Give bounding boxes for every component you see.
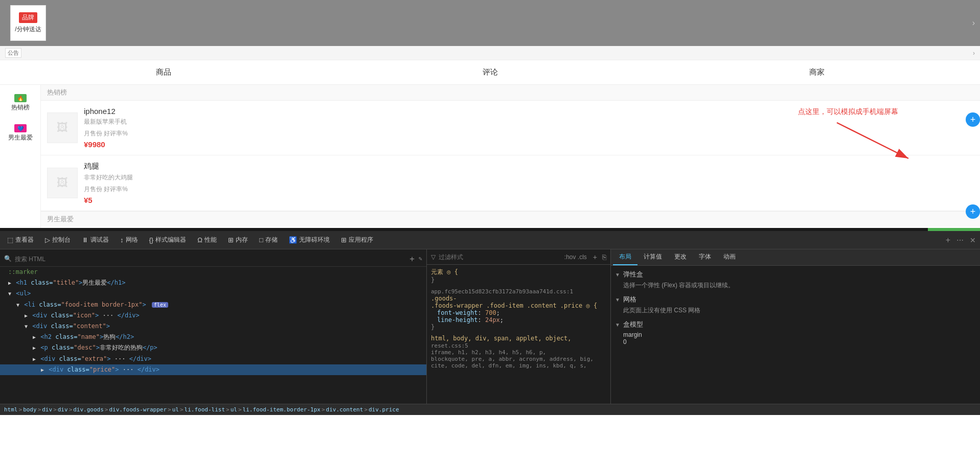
product-thumb-chicken: 🖼 bbox=[47, 168, 78, 198]
chevron-down-icon3: ▼ bbox=[615, 322, 620, 328]
html-line-h2-name[interactable]: ▶ <h2 class="name">热狗</h2> bbox=[0, 332, 426, 342]
styles-source-goods: app.fc95ecb15d823cfb3172a7b93aaa741d.css… bbox=[431, 288, 573, 295]
expand-icon-div-icon[interactable]: ▶ bbox=[25, 313, 28, 318]
bc-div-price[interactable]: div.price bbox=[369, 405, 399, 414]
html-line-li-food[interactable]: ▼ <li class="food-item border-1px"> flex bbox=[0, 299, 426, 310]
rp-tab-animation[interactable]: 动画 bbox=[717, 249, 742, 265]
expand-icon-extra[interactable]: ▶ bbox=[33, 356, 36, 362]
rp-grid-header[interactable]: ▼ 网格 bbox=[615, 295, 976, 304]
devtools-main: 🔍 + ✎ ::marker ▶ <h1 class="title">男生最爱<… bbox=[0, 249, 980, 415]
right-panel-content: ▼ 弹性盒 选择一个弹性 (Flex) 容器或项目以继续。 ▼ 网格 此页面上没… bbox=[611, 266, 980, 355]
html-line-div-icon[interactable]: ▶ <div class="icon"> ··· </div> bbox=[0, 310, 426, 321]
bc-div-goods[interactable]: div.goods bbox=[73, 405, 104, 414]
dt-tab-network[interactable]: ↕ 网络 bbox=[115, 233, 143, 247]
html-pick-icon[interactable]: ✎ bbox=[419, 254, 422, 264]
memory-icon: ⊞ bbox=[228, 236, 234, 244]
product-item-iphone[interactable]: 🖼 iphone12 最新版苹果手机 月售份 好评率% ¥9980 bbox=[41, 101, 980, 155]
styles-copy-icon[interactable]: ⎘ bbox=[602, 253, 606, 261]
devtools-more-icon[interactable]: ⋯ bbox=[954, 235, 966, 245]
expand-icon-p[interactable]: ▶ bbox=[33, 345, 36, 351]
product-price-iphone: ¥9980 bbox=[84, 140, 974, 149]
html-search-input[interactable] bbox=[15, 256, 409, 263]
bc-div2[interactable]: div bbox=[58, 405, 68, 414]
bc-body[interactable]: body bbox=[23, 405, 37, 414]
dt-tab-performance[interactable]: Ω 性能 bbox=[192, 233, 222, 247]
rp-tab-layout[interactable]: 布局 bbox=[613, 249, 637, 265]
chevron-down-icon2: ▼ bbox=[615, 297, 620, 303]
add-devtools-icon[interactable]: + bbox=[944, 235, 952, 246]
expand-icon-h2[interactable]: ▶ bbox=[33, 334, 36, 340]
right-panel: 布局 计算值 更改 字体 动画 ▼ 弹性盒 选择一个弹性 (Flex) 容器或项… bbox=[611, 249, 980, 415]
styles-filter-input[interactable] bbox=[439, 253, 561, 261]
page-area: 品牌 /分钟送达 › 公告 › 商品 评论 商家 🔥 热销榜 💙 男生最爱 热销… bbox=[0, 0, 980, 231]
dt-tab-style-editor[interactable]: {} 样式编辑器 bbox=[144, 233, 192, 247]
tab-reviews[interactable]: 评论 bbox=[327, 60, 653, 84]
rp-tab-fonts[interactable]: 字体 bbox=[693, 249, 717, 265]
html-line-div-price[interactable]: ▶ <div class="price"> ··· </div> bbox=[0, 364, 426, 375]
dt-tab-app[interactable]: ⊞ 应用程序 bbox=[336, 233, 378, 247]
tab-merchant[interactable]: 商家 bbox=[653, 60, 980, 84]
bc-html[interactable]: html bbox=[4, 405, 18, 414]
header-bar: 品牌 /分钟送达 › bbox=[0, 0, 980, 46]
announce-arrow-icon[interactable]: › bbox=[973, 50, 975, 57]
expand-icon-price[interactable]: ▶ bbox=[41, 367, 44, 373]
html-line-div-extra[interactable]: ▶ <div class="extra"> ··· </div> bbox=[0, 354, 426, 364]
bc-div-content[interactable]: div.content bbox=[326, 405, 363, 414]
nav-tabs: 商品 评论 商家 bbox=[0, 60, 980, 85]
html-line-p-desc[interactable]: ▶ <p class="desc">非常好吃的热狗</p> bbox=[0, 342, 426, 353]
expand-icon-div-content[interactable]: ▼ bbox=[25, 324, 28, 329]
styles-add-icon[interactable]: + bbox=[593, 253, 597, 261]
bc-li-food-list[interactable]: li.food-list bbox=[185, 405, 225, 414]
styles-hov-cls: :hov .cls bbox=[564, 253, 587, 261]
dt-tab-console[interactable]: ▷ 控制台 bbox=[40, 233, 76, 247]
dt-tab-storage-label: 存储 bbox=[265, 236, 278, 244]
rp-tab-computed[interactable]: 计算值 bbox=[637, 249, 668, 265]
bc-ul2[interactable]: ul bbox=[231, 405, 237, 414]
console-icon: ▷ bbox=[45, 236, 50, 244]
product-desc-chicken: 非常好吃的大鸡腿 bbox=[84, 173, 974, 182]
html-line-ul[interactable]: ▼ <ul> bbox=[0, 288, 426, 299]
bc-ul[interactable]: ul bbox=[172, 405, 179, 414]
element-selector: 元素 ◎ { bbox=[431, 268, 458, 275]
goods-selector: .goods-.foods-wrapper .food-item .conten… bbox=[431, 295, 606, 309]
html-line-div-content[interactable]: ▼ <div class="content"> bbox=[0, 321, 426, 332]
html-line-marker[interactable]: ::marker bbox=[0, 267, 426, 278]
header-arrow-icon[interactable]: › bbox=[972, 18, 975, 28]
dt-tab-storage[interactable]: □ 存储 bbox=[254, 233, 283, 247]
search-icon: 🔍 bbox=[4, 254, 12, 264]
sidebar-item-boys[interactable]: 💙 男生最爱 bbox=[0, 120, 40, 146]
dt-tab-accessibility[interactable]: ♿ 无障碍环境 bbox=[284, 233, 335, 247]
rp-grid-body: 此页面上没有使用 CSS 网格 bbox=[615, 306, 976, 315]
dt-tab-inspector[interactable]: ⬚ 查看器 bbox=[2, 233, 39, 247]
sidebar: 🔥 热销榜 💙 男生最爱 bbox=[0, 85, 41, 228]
section-boys: 男生最爱 bbox=[41, 211, 980, 227]
expand-icon-li[interactable]: ▼ bbox=[16, 302, 19, 308]
filter-icon: ▽ bbox=[431, 253, 436, 261]
product-item-chicken[interactable]: 🖼 鸡腿 非常好吃的大鸡腿 月售份 好评率% ¥5 bbox=[41, 155, 980, 211]
add-button-1[interactable]: + bbox=[966, 112, 980, 127]
html-line-h1[interactable]: ▶ <h1 class="title">男生最爱</h1> bbox=[0, 278, 426, 288]
sidebar-item-hot[interactable]: 🔥 热销榜 bbox=[0, 90, 40, 116]
styles-rule-reset: html, body, div, span, applet, object, r… bbox=[431, 335, 606, 369]
brand-subtitle: /分钟送达 bbox=[15, 25, 41, 34]
tab-products[interactable]: 商品 bbox=[0, 60, 327, 84]
rp-flexbox-title: 弹性盒 bbox=[623, 270, 643, 279]
bc-div-foods-wrapper[interactable]: div.foods-wrapper bbox=[109, 405, 167, 414]
image-placeholder-icon: 🖼 bbox=[57, 121, 68, 134]
main-content: 🔥 热销榜 💙 男生最爱 热销榜 🖼 iphone12 最新版苹果手机 月售份 … bbox=[0, 85, 980, 228]
reset-selector: html, body, div, span, applet, object, bbox=[431, 335, 606, 342]
dt-tab-debugger[interactable]: ⏸ 调试器 bbox=[77, 233, 114, 247]
bc-div1[interactable]: div bbox=[42, 405, 52, 414]
expand-icon[interactable]: ▶ bbox=[8, 280, 11, 286]
dt-tab-memory[interactable]: ⊞ 内存 bbox=[223, 233, 253, 247]
devtools-close-icon[interactable]: ✕ bbox=[968, 235, 978, 245]
add-button-2[interactable]: + bbox=[966, 204, 980, 219]
bc-li-food-item[interactable]: li.food-item.border-1px bbox=[243, 405, 321, 414]
expand-icon-ul[interactable]: ▼ bbox=[8, 291, 11, 296]
rp-tab-changes[interactable]: 更改 bbox=[668, 249, 693, 265]
accessibility-icon: ♿ bbox=[289, 236, 297, 244]
brand-tag: 品牌 bbox=[19, 12, 37, 23]
html-search-add-icon[interactable]: + bbox=[409, 252, 415, 266]
rp-boxmodel-header[interactable]: ▼ 盒模型 bbox=[615, 320, 976, 329]
rp-flexbox-header[interactable]: ▼ 弹性盒 bbox=[615, 270, 976, 279]
